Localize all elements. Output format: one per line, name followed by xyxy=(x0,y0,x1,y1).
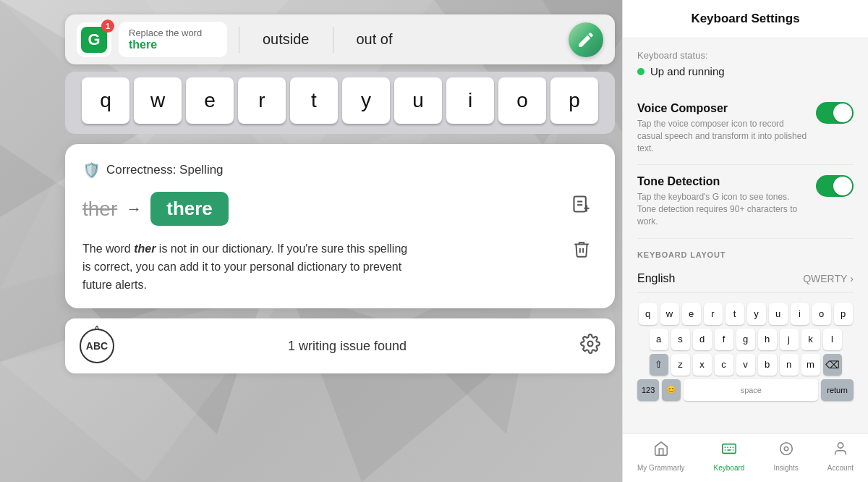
mini-key-e: e xyxy=(682,303,701,325)
arrow-icon: → xyxy=(126,200,142,219)
keyboard-panel: G 1 Replace the word there outside out o… xyxy=(65,14,615,373)
key-q[interactable]: q xyxy=(82,77,129,124)
mini-key-o: o xyxy=(812,303,831,325)
grammarly-icon[interactable]: G 1 xyxy=(77,22,111,57)
nav-keyboard-label: Keyboard xyxy=(714,464,745,472)
mini-key-j: j xyxy=(780,329,799,350)
mini-key-z: z xyxy=(671,354,690,376)
mini-key-t: t xyxy=(726,303,744,325)
keyboard-status-label: Keyboard status: xyxy=(637,50,854,61)
tone-detection-row: Tone Detection Tap the keyboard's G icon… xyxy=(637,165,854,238)
voice-composer-title: Voice Composer xyxy=(637,102,809,115)
key-p[interactable]: p xyxy=(550,77,598,124)
bottom-bar: ^ ABC 1 writing issue found xyxy=(65,318,615,373)
mini-key-f: f xyxy=(715,329,733,350)
svg-point-30 xyxy=(838,443,843,448)
account-icon xyxy=(833,441,848,461)
original-word: ther xyxy=(82,198,117,221)
correction-title: Correctness: Spelling xyxy=(106,163,224,177)
mini-key-y: y xyxy=(747,303,766,325)
nav-my-grammarly[interactable]: My Grammarly xyxy=(637,441,685,472)
mini-key-i: i xyxy=(791,303,809,325)
delete-button[interactable] xyxy=(566,233,597,265)
mini-key-l: l xyxy=(823,329,842,350)
nav-keyboard[interactable]: Keyboard xyxy=(714,441,745,472)
mini-keyboard: q w e r t y u i o p a s d f g h j k l xyxy=(637,303,854,401)
status-dot xyxy=(637,68,644,75)
key-o[interactable]: o xyxy=(498,77,546,124)
mini-key-r: r xyxy=(704,303,723,325)
voice-composer-desc: Tap the voice composer icon to record ca… xyxy=(637,118,809,154)
correction-actions xyxy=(566,188,597,265)
settings-body: Keyboard status: Up and running Voice Co… xyxy=(623,38,868,433)
bottom-nav: My Grammarly Keyboard xyxy=(623,433,868,482)
key-w[interactable]: w xyxy=(134,77,182,124)
insights-icon xyxy=(778,441,794,461)
mini-key-v: v xyxy=(736,354,755,376)
layout-language: English xyxy=(637,272,675,285)
issue-count: 1 writing issue found xyxy=(288,339,407,354)
pencil-button[interactable] xyxy=(569,22,603,57)
svg-point-19 xyxy=(588,342,593,347)
key-t[interactable]: t xyxy=(290,77,338,124)
correction-header: 🛡️ Correctness: Spelling xyxy=(82,161,597,179)
mini-row-3: ⇧ z x c v b n m ⌫ xyxy=(637,354,854,376)
keyboard-status-section: Keyboard status: Up and running xyxy=(637,50,854,77)
svg-point-28 xyxy=(780,443,792,455)
mini-row-bottom: 123 😊 space return xyxy=(637,379,854,401)
home-icon xyxy=(653,441,669,461)
mini-key-shift: ⇧ xyxy=(650,354,668,376)
mini-key-k: k xyxy=(801,329,820,350)
mini-key-space: space xyxy=(684,379,818,401)
svg-point-29 xyxy=(784,447,788,451)
svg-rect-20 xyxy=(723,444,736,454)
mini-key-123: 123 xyxy=(637,379,659,401)
mini-key-a: a xyxy=(650,329,668,350)
svg-rect-14 xyxy=(574,196,586,211)
mini-key-return: return xyxy=(821,379,854,401)
nav-insights-label: Insights xyxy=(773,464,798,472)
suggestion-out-of[interactable]: out of xyxy=(345,28,404,51)
tone-detection-toggle[interactable] xyxy=(816,175,854,197)
mini-key-u: u xyxy=(769,303,788,325)
keyboard-area: q w e r t y u i o p xyxy=(65,72,615,134)
mini-key-h: h xyxy=(758,329,777,350)
mini-key-backspace: ⌫ xyxy=(823,354,842,376)
nav-account-label: Account xyxy=(827,464,854,472)
mini-row-2: a s d f g h j k l xyxy=(637,329,854,350)
key-y[interactable]: y xyxy=(342,77,390,124)
corrected-word[interactable]: there xyxy=(150,192,229,226)
mini-key-m: m xyxy=(801,354,820,376)
key-i[interactable]: i xyxy=(446,77,494,124)
mini-key-p: p xyxy=(834,303,853,325)
key-u[interactable]: u xyxy=(394,77,442,124)
voice-composer-row: Voice Composer Tap the voice composer ic… xyxy=(637,92,854,165)
key-e[interactable]: e xyxy=(186,77,234,124)
layout-type: QWERTY › xyxy=(803,273,854,284)
replace-label: Replace the word xyxy=(129,28,217,38)
add-to-dictionary-button[interactable] xyxy=(566,188,597,220)
divider xyxy=(239,27,239,53)
voice-composer-toggle[interactable] xyxy=(816,102,854,124)
gear-button[interactable] xyxy=(580,334,600,358)
abc-button[interactable]: ^ ABC xyxy=(80,329,114,363)
nav-insights[interactable]: Insights xyxy=(773,441,798,472)
mini-key-emoji: 😊 xyxy=(662,379,681,401)
keyboard-status-value: Up and running xyxy=(637,65,854,77)
tone-detection-desc: Tap the keyboard's G icon to see tones. … xyxy=(637,191,809,227)
correction-card: 🛡️ Correctness: Spelling ther → there Th… xyxy=(65,144,615,308)
keyboard-row-1: q w e r t y u i o p xyxy=(69,77,610,124)
settings-panel: Keyboard Settings Keyboard status: Up an… xyxy=(622,0,868,482)
nav-account[interactable]: Account xyxy=(827,441,854,472)
suggestion-outside[interactable]: outside xyxy=(251,28,321,51)
mini-key-d: d xyxy=(693,329,712,350)
keyboard-layout-row[interactable]: English QWERTY › xyxy=(637,265,854,293)
word-replacement: ther → there xyxy=(82,192,597,226)
mini-row-1: q w e r t y u i o p xyxy=(637,303,854,325)
mini-key-s: s xyxy=(671,329,690,350)
divider2 xyxy=(333,27,333,53)
mini-key-q: q xyxy=(639,303,658,325)
key-r[interactable]: r xyxy=(238,77,286,124)
suggestion-text-box: Replace the word there xyxy=(119,22,227,57)
mini-key-n: n xyxy=(780,354,799,376)
